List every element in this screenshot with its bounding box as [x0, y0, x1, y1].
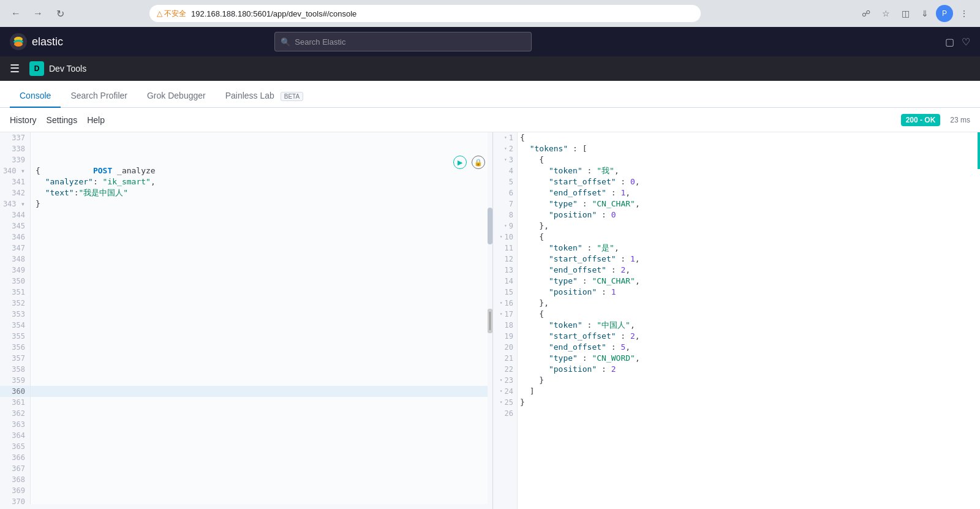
fold-arrow-17[interactable]: ▾ — [500, 309, 503, 320]
resp-line-13: "end_offset" : 2, — [520, 265, 980, 276]
line-num-345: 345 — [0, 221, 30, 232]
resp-ln-8: 8 — [493, 209, 517, 221]
settings-button[interactable]: Settings — [47, 115, 78, 125]
profile-button[interactable]: P — [936, 5, 953, 22]
translate-button[interactable]: ☍ — [858, 5, 875, 22]
cast-button[interactable]: ◫ — [897, 5, 914, 22]
code-line-341: "analyzer": "ik_smart", — [31, 176, 492, 187]
panel-drag-handle[interactable] — [488, 309, 492, 333]
help-button[interactable]: Help — [87, 115, 105, 125]
resp-line-9: }, — [520, 221, 980, 232]
hamburger-icon[interactable]: ☰ — [10, 62, 20, 75]
resp-ln-22: 22 — [493, 364, 517, 375]
code-line-354 — [31, 320, 492, 331]
code-line-349 — [31, 265, 492, 276]
fold-arrow-9[interactable]: ▾ — [504, 221, 507, 232]
resp-line-22: "position" : 2 — [520, 364, 980, 375]
elastic-logo-text: elastic — [32, 36, 63, 48]
tab-search-profiler[interactable]: Search Profiler — [61, 85, 137, 108]
resp-line-6: "end_offset" : 1, — [520, 187, 980, 198]
elastic-logo[interactable]: elastic — [10, 33, 63, 50]
resp-line-15: "position" : 1 — [520, 287, 980, 298]
code-line-346 — [31, 232, 492, 243]
resp-line-10: { — [520, 232, 980, 243]
code-line-358 — [31, 364, 492, 375]
tab-console[interactable]: Console — [10, 85, 61, 108]
line-num-364: 364 — [0, 430, 30, 441]
resp-ln-26: 26 — [493, 408, 517, 419]
nav-refresh-button[interactable]: ↻ — [51, 5, 69, 22]
line-num-348: 348 — [0, 254, 30, 265]
tab-bar: Console Search Profiler Grok Debugger Pa… — [0, 81, 980, 108]
code-editor[interactable]: 337 338 339 340 ▾ 341 342 343 ▾ 344 345 … — [0, 132, 492, 509]
nav-back-button[interactable]: ← — [7, 5, 24, 22]
resp-line-21: "type" : "CN_WORD", — [520, 353, 980, 364]
user-icon[interactable]: ♡ — [962, 36, 970, 48]
fold-arrow-2[interactable]: ▾ — [504, 143, 507, 154]
tab-painless-lab[interactable]: Painless Lab BETA — [216, 85, 313, 108]
browser-chrome: ← → ↻ △ 不安全 192.168.188.180:5601/app/dev… — [0, 0, 980, 27]
resp-ln-5: 5 — [493, 176, 517, 187]
ms-badge: 23 ms — [950, 116, 970, 124]
dev-tools-badge: D — [29, 61, 44, 76]
line-num-369: 369 — [0, 485, 30, 496]
resp-ln-15: 15 — [493, 287, 517, 298]
resp-ln-25: ▾25 — [493, 397, 517, 408]
line-num-340: 340 ▾ — [0, 165, 30, 176]
left-scrollbar-h[interactable] — [0, 504, 488, 509]
resp-line-24: ] — [520, 386, 980, 397]
code-content[interactable]: POST _analyze ▶ 🔒 { "analyzer": "ik_smar… — [31, 132, 492, 509]
download-button[interactable]: ⇓ — [916, 5, 933, 22]
line-num-361: 361 — [0, 397, 30, 408]
resp-ln-12: 12 — [493, 254, 517, 265]
line-num-347: 347 — [0, 243, 30, 254]
endpoint-text: _analyze — [117, 166, 156, 175]
toolbar: History Settings Help 200 - OK 23 ms — [0, 108, 980, 132]
code-line-359 — [31, 375, 492, 386]
history-button[interactable]: History — [10, 115, 37, 125]
search-input[interactable] — [274, 32, 532, 51]
run-btn-overlay: ▶ 🔒 — [453, 156, 485, 169]
fold-arrow-1[interactable]: ▾ — [504, 132, 507, 143]
line-num-353: 353 — [0, 309, 30, 320]
resp-line-2: "tokens" : [ — [520, 143, 980, 154]
fold-arrow-3[interactable]: ▾ — [504, 154, 507, 165]
fold-arrow-23[interactable]: ▾ — [500, 375, 503, 386]
nav-forward-button[interactable]: → — [29, 5, 47, 22]
code-line-362 — [31, 408, 492, 419]
left-panel: 337 338 339 340 ▾ 341 342 343 ▾ 344 345 … — [0, 132, 493, 509]
fold-arrow-16[interactable]: ▾ — [500, 298, 503, 309]
code-line-367 — [31, 463, 492, 474]
copy-button[interactable]: 🔒 — [472, 156, 485, 169]
resp-line-17: { — [520, 309, 980, 320]
run-button[interactable]: ▶ — [453, 156, 467, 169]
fold-arrow-10[interactable]: ▾ — [500, 232, 503, 243]
line-num-357: 357 — [0, 353, 30, 364]
response-content: ▾1 ▾2 ▾3 4 5 6 7 8 ▾9 ▾10 11 12 13 14 15… — [493, 132, 980, 509]
fold-arrow-25[interactable]: ▾ — [500, 397, 503, 408]
left-scrollbar-thumb[interactable] — [488, 208, 492, 244]
bookmark-button[interactable]: ☆ — [877, 5, 894, 22]
line-num-339: 339 — [0, 154, 30, 165]
menu-button[interactable]: ⋮ — [956, 5, 973, 22]
screen-icon[interactable]: ▢ — [945, 36, 954, 48]
line-num-367: 367 — [0, 463, 30, 474]
url-text: 192.168.188.180:5601/app/dev_tools#/cons… — [191, 9, 356, 18]
resp-ln-6: 6 — [493, 187, 517, 198]
dev-tools-title: Dev Tools — [49, 64, 86, 74]
address-bar[interactable]: △ 不安全 192.168.188.180:5601/app/dev_tools… — [149, 5, 701, 22]
line-num-341: 341 — [0, 176, 30, 187]
tab-grok-debugger[interactable]: Grok Debugger — [137, 85, 216, 108]
resp-line-25: } — [520, 397, 980, 408]
line-num-354: 354 — [0, 320, 30, 331]
search-bar[interactable]: 🔍 — [274, 32, 532, 51]
code-line-342: "text":"我是中国人" — [31, 187, 492, 198]
code-line-361 — [31, 397, 492, 408]
code-line-339: POST _analyze ▶ 🔒 — [31, 154, 492, 165]
fold-arrow-24[interactable]: ▾ — [500, 386, 503, 397]
resp-line-20: "end_offset" : 5, — [520, 342, 980, 353]
code-line-368 — [31, 474, 492, 485]
code-line-350 — [31, 276, 492, 287]
resp-ln-19: 19 — [493, 331, 517, 342]
line-numbers: 337 338 339 340 ▾ 341 342 343 ▾ 344 345 … — [0, 132, 31, 509]
